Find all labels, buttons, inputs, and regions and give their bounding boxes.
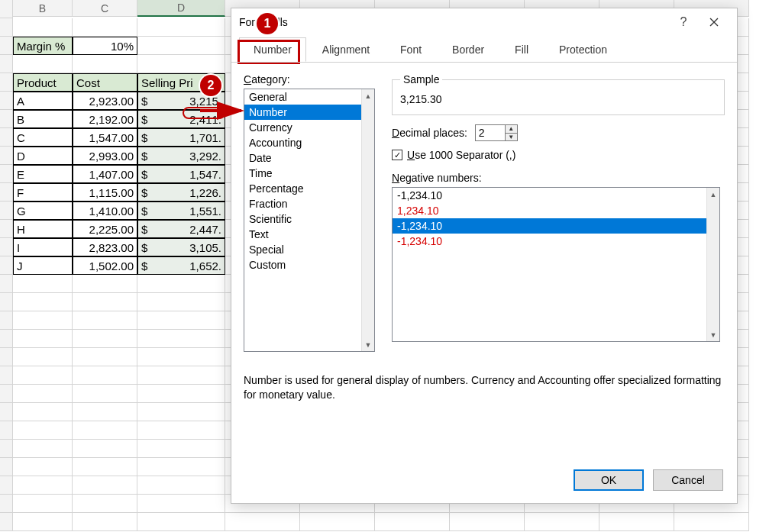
category-item[interactable]: Custom [244, 257, 374, 272]
row-gutter[interactable] [0, 275, 13, 293]
empty-cell[interactable] [13, 18, 73, 37]
empty-cell[interactable] [13, 458, 73, 476]
empty-cell[interactable] [73, 476, 137, 495]
row-gutter[interactable] [0, 128, 13, 147]
category-scrollbar[interactable]: ▲ ▼ [361, 89, 374, 351]
category-item[interactable]: Scientific [244, 211, 374, 227]
product-cell[interactable]: G [13, 202, 73, 220]
row-gutter[interactable] [0, 73, 13, 92]
empty-cell[interactable] [13, 385, 73, 403]
row-gutter[interactable] [0, 403, 13, 421]
row-gutter[interactable] [0, 147, 13, 165]
empty-cell[interactable] [137, 366, 225, 385]
category-item[interactable]: Currency [244, 120, 374, 135]
empty-cell[interactable] [137, 440, 225, 458]
row-gutter[interactable] [0, 330, 13, 348]
selling-cell[interactable]: $3,292. [137, 147, 225, 165]
row-gutter[interactable] [0, 458, 13, 476]
empty-cell[interactable] [225, 513, 300, 531]
cost-cell[interactable]: 2,993.00 [73, 147, 137, 165]
selling-cell[interactable]: $1,547. [137, 165, 225, 183]
empty-cell[interactable] [137, 55, 225, 73]
category-item[interactable]: Fraction [244, 196, 374, 211]
category-item[interactable]: Date [244, 150, 374, 166]
category-item[interactable]: Text [244, 227, 374, 242]
spinner-up-icon[interactable]: ▲ [506, 125, 517, 133]
dialog-titlebar[interactable]: Fornxxells ? [231, 8, 737, 36]
decimal-places-spinner[interactable]: ▲ ▼ [475, 124, 518, 141]
tab-font[interactable]: Font [386, 37, 436, 62]
row-gutter[interactable] [0, 513, 13, 531]
header-cost[interactable]: Cost [73, 73, 137, 92]
empty-cell[interactable] [137, 458, 225, 476]
category-item[interactable]: Number [244, 105, 374, 120]
selling-cell[interactable]: $1,701. [137, 128, 225, 147]
selling-cell[interactable]: $1,652. [137, 256, 225, 275]
cost-cell[interactable]: 1,547.00 [73, 128, 137, 147]
product-cell[interactable]: C [13, 128, 73, 147]
negative-format-item[interactable]: -1,234.10 [393, 188, 719, 203]
select-all-corner[interactable] [0, 0, 13, 18]
empty-cell[interactable] [137, 348, 225, 366]
row-gutter[interactable] [0, 55, 13, 73]
cost-cell[interactable]: 1,502.00 [73, 256, 137, 275]
row-gutter[interactable] [0, 238, 13, 256]
empty-cell[interactable] [13, 293, 73, 311]
margin-value-cell[interactable]: 10% [73, 37, 137, 55]
row-gutter[interactable] [0, 220, 13, 238]
category-item[interactable]: Percentage [244, 181, 374, 196]
empty-cell[interactable] [137, 311, 225, 330]
row-gutter[interactable] [0, 311, 13, 330]
cost-cell[interactable]: 1,407.00 [73, 165, 137, 183]
negative-format-item[interactable]: -1,234.10 [393, 218, 719, 234]
empty-cell[interactable] [73, 348, 137, 366]
empty-cell[interactable] [13, 366, 73, 385]
tab-protection[interactable]: Protection [544, 37, 622, 62]
category-item[interactable]: General [244, 89, 374, 105]
empty-cell[interactable] [73, 421, 137, 440]
empty-cell[interactable] [525, 513, 599, 531]
empty-cell[interactable] [13, 275, 73, 293]
empty-cell[interactable] [73, 18, 137, 37]
spinner-down-icon[interactable]: ▼ [506, 133, 517, 141]
scroll-down-icon[interactable]: ▼ [707, 328, 719, 341]
tab-alignment[interactable]: Alignment [308, 37, 384, 62]
selling-cell[interactable]: $2,447. [137, 220, 225, 238]
empty-cell[interactable] [13, 403, 73, 421]
empty-cell[interactable] [137, 330, 225, 348]
empty-cell[interactable] [73, 366, 137, 385]
empty-cell[interactable] [137, 385, 225, 403]
category-item[interactable]: Accounting [244, 135, 374, 150]
empty-cell[interactable] [73, 495, 137, 513]
empty-cell[interactable] [300, 513, 375, 531]
empty-cell[interactable] [13, 311, 73, 330]
help-button[interactable]: ? [668, 11, 699, 34]
margin-label-cell[interactable]: Margin % [13, 37, 73, 55]
row-gutter[interactable] [0, 165, 13, 183]
negative-format-item[interactable]: 1,234.10 [393, 203, 719, 218]
product-cell[interactable]: F [13, 183, 73, 202]
empty-cell[interactable] [73, 403, 137, 421]
category-item[interactable]: Special [244, 242, 374, 257]
scroll-up-icon[interactable]: ▲ [707, 188, 719, 201]
scroll-down-icon[interactable]: ▼ [362, 338, 374, 351]
empty-cell[interactable] [137, 275, 225, 293]
cost-cell[interactable]: 2,823.00 [73, 238, 137, 256]
decimal-places-input[interactable] [476, 125, 505, 140]
empty-cell[interactable] [13, 55, 73, 73]
empty-cell[interactable] [73, 55, 137, 73]
empty-cell[interactable] [13, 513, 73, 531]
scroll-up-icon[interactable]: ▲ [362, 89, 374, 102]
empty-cell[interactable] [137, 513, 225, 531]
column-header[interactable]: D [137, 0, 225, 17]
column-header[interactable]: C [73, 0, 137, 17]
row-gutter[interactable] [0, 110, 13, 128]
empty-cell[interactable] [599, 513, 674, 531]
product-cell[interactable]: D [13, 147, 73, 165]
thousand-separator-checkbox[interactable]: ✓ [392, 150, 402, 160]
empty-cell[interactable] [137, 403, 225, 421]
row-gutter[interactable] [0, 202, 13, 220]
empty-cell[interactable] [73, 275, 137, 293]
negative-format-item[interactable]: -1,234.10 [393, 234, 719, 249]
row-gutter[interactable] [0, 348, 13, 366]
